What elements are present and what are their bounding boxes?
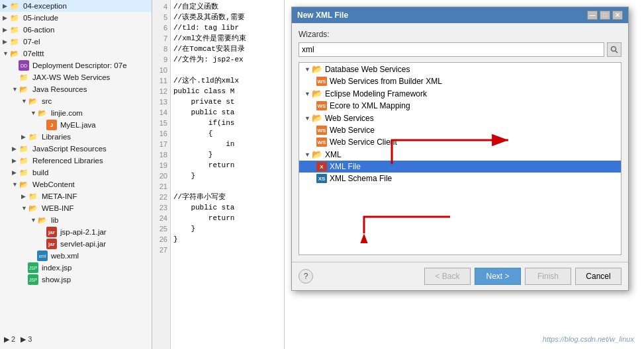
webservice-icon: WS (316, 101, 327, 110)
wizard-tree-item[interactable]: X XML File (299, 161, 621, 173)
wizard-tree-item[interactable]: ▼ 📂 Eclipse Modeling Framework (299, 87, 621, 100)
cancel-button[interactable]: Cancel (575, 268, 621, 285)
wizard-search-row (299, 42, 621, 57)
tree-item[interactable]: ▶ 📁 Libraries (0, 131, 152, 143)
folder-icon: 📁 (9, 13, 20, 23)
tree-item-label: index.jsp (42, 264, 71, 272)
tree-expand-icon: ▼ (304, 66, 310, 73)
dialog-body: Wizards: ▼ 📂 Database Web Services WS We… (292, 23, 628, 262)
tree-item[interactable]: ▶ 📁 Referenced Libraries (0, 155, 152, 167)
tree-item[interactable]: 📁 JAX-WS Web Services (0, 71, 152, 83)
folder-open-icon: 📂 (37, 215, 48, 225)
back-button[interactable]: < Back (424, 268, 471, 285)
tree-item[interactable]: ▶ 📁 04-exception (0, 0, 152, 12)
tree-item-label: show.jsp (42, 276, 71, 284)
folder-open-icon: 📂 (28, 203, 38, 213)
tree-item[interactable]: DD Deployment Descriptor: 07e (0, 59, 152, 71)
main-area: New XML File — □ ✕ Wizards: ▼ 📂 Datab (285, 0, 644, 349)
code-editor: 4567891011121314151617181920212223242526… (152, 0, 285, 349)
dialog-footer: ? < Back Next > Finish Cancel (292, 262, 628, 290)
wizard-tree-item[interactable]: XS XML Schema File (299, 173, 621, 184)
tree-item[interactable]: ▼ 📂 Java Resources (0, 83, 152, 95)
xml-schema-icon: XS (316, 174, 327, 183)
maximize-button[interactable]: □ (600, 11, 610, 20)
svg-point-0 (612, 47, 616, 52)
bottom-item-3[interactable]: ▶ 3 (21, 335, 32, 344)
tree-item-label: lib (51, 216, 59, 224)
dialog-title: New XML File (297, 11, 348, 20)
webservice-icon: WS (316, 77, 327, 86)
tree-item[interactable]: JSP show.jsp (0, 274, 152, 286)
tree-arrow: ▼ (30, 110, 37, 116)
wizard-item-label: XML (325, 150, 342, 159)
tree-item-label: MyEL.java (60, 121, 96, 129)
tree-arrow: ▶ (12, 157, 19, 164)
tree-item[interactable]: ▶ 📁 build (0, 167, 152, 178)
tree-item-label: 07elttt (23, 50, 44, 58)
folder-icon: 📁 (19, 167, 29, 178)
tree-item[interactable]: ▼ 📂 WebContent (0, 178, 152, 190)
wizard-tree-item[interactable]: WS Web Service Client (299, 136, 621, 148)
help-button[interactable]: ? (299, 269, 313, 284)
new-xml-dialog[interactable]: New XML File — □ ✕ Wizards: ▼ 📂 Datab (291, 7, 629, 291)
tree-item[interactable]: JSP index.jsp (0, 262, 152, 274)
wizard-tree-item[interactable]: ▼ 📂 Web Services (299, 112, 621, 124)
tree-item-label: web.xml (51, 252, 79, 260)
folder-open-icon: 📂 (312, 113, 322, 123)
next-button[interactable]: Next > (475, 268, 521, 285)
folder-icon: 📁 (28, 191, 38, 202)
wizard-tree[interactable]: ▼ 📂 Database Web Services WS Web Service… (299, 62, 621, 255)
bottom-item-2[interactable]: ▶ 2 (4, 335, 15, 344)
tree-item[interactable]: ▼ 📂 WEB-INF (0, 202, 152, 214)
webservice-icon: WS (316, 137, 327, 147)
tree-item[interactable]: ▼ 📂 linjie.com (0, 107, 152, 119)
wizard-tree-item[interactable]: ▼ 📂 Database Web Services (299, 63, 621, 75)
tree-arrow: ▶ (21, 193, 28, 200)
svg-line-1 (616, 51, 618, 53)
tree-item[interactable]: jar jsp-api-2.1.jar (0, 226, 152, 238)
close-button[interactable]: ✕ (612, 11, 623, 20)
tree-item-label: Java Resources (32, 85, 87, 93)
tree-arrow: ▼ (21, 98, 28, 104)
wizard-tree-item[interactable]: WS Ecore to XML Mapping (299, 100, 621, 112)
tree-item[interactable]: ▶ 📁 05-include (0, 12, 152, 24)
wizard-tree-item[interactable]: ▼ 📂 XML (299, 148, 621, 161)
tree-arrow: ▼ (12, 181, 19, 188)
xml-icon: xml (37, 251, 48, 261)
wizard-item-label: Web Service (330, 126, 375, 135)
folder-icon: 📁 (19, 155, 29, 166)
folder-open-icon: 📂 (312, 149, 322, 159)
wizard-item-label: Ecore to XML Mapping (330, 101, 410, 110)
tree-arrow: ▶ (3, 15, 9, 21)
search-icon (610, 46, 618, 54)
tree-item[interactable]: xml web.xml (0, 250, 152, 262)
tree-item[interactable]: ▶ 📁 JavaScript Resources (0, 143, 152, 155)
dialog-title-bar: New XML File — □ ✕ (292, 7, 628, 23)
project-tree: ▶ 📁 04-exception ▶ 📁 05-include ▶ 📁 06-a… (0, 0, 152, 349)
folder-icon: 📁 (9, 24, 20, 35)
wizard-search-input[interactable] (299, 42, 604, 57)
folder-icon: 📁 (19, 143, 29, 154)
tree-item[interactable]: ▼ 📂 lib (0, 214, 152, 226)
tree-item[interactable]: J MyEL.java (0, 119, 152, 131)
jsp-icon: JSP (28, 274, 38, 285)
tree-item[interactable]: ▶ 📁 META-INF (0, 190, 152, 202)
tree-arrow: ▶ (21, 134, 28, 140)
footer-left: ? (299, 269, 313, 284)
wizard-search-button[interactable] (607, 42, 621, 57)
tree-item[interactable]: ▶ 📁 07-el (0, 36, 152, 48)
tree-expand-icon: ▼ (304, 115, 310, 122)
tree-item[interactable]: jar servlet-api.jar (0, 238, 152, 250)
minimize-button[interactable]: — (587, 11, 598, 20)
wizard-tree-item[interactable]: WS Web Services from Builder XML (299, 75, 621, 87)
dialog-title-buttons[interactable]: — □ ✕ (587, 11, 623, 20)
tree-item-label: Libraries (42, 133, 71, 141)
finish-button[interactable]: Finish (525, 268, 571, 285)
wizards-label: Wizards: (299, 30, 621, 39)
tree-item[interactable]: ▶ 📁 06-action (0, 24, 152, 36)
tree-item-label: JavaScript Resources (32, 145, 107, 153)
wizard-tree-item[interactable]: WS Web Service (299, 124, 621, 136)
tree-item-label: 06-action (23, 26, 54, 34)
tree-item[interactable]: ▼ 📂 src (0, 95, 152, 107)
tree-item[interactable]: ▼ 📂 07elttt (0, 48, 152, 59)
